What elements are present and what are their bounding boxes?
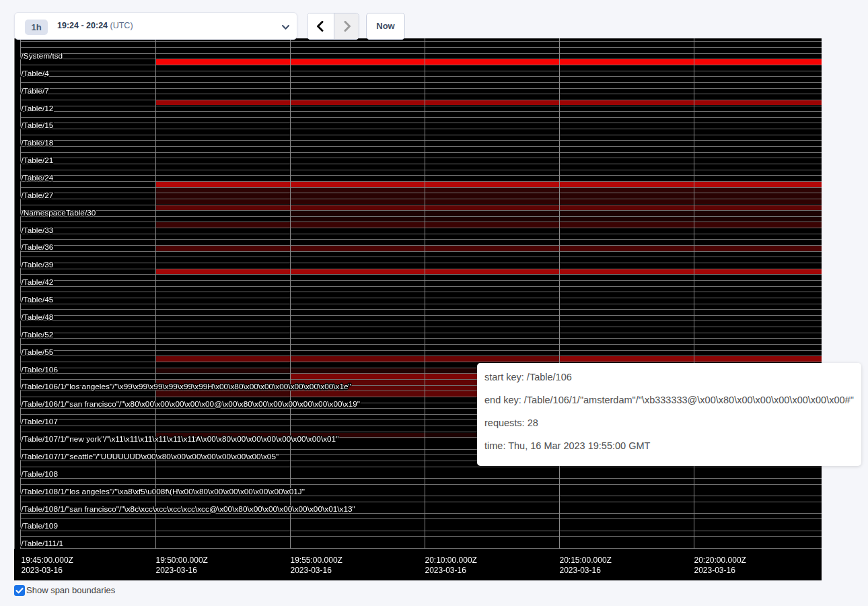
svg-text:/Table/7: /Table/7: [22, 86, 49, 96]
svg-text:2023-03-16: 2023-03-16: [291, 566, 332, 575]
svg-text:/Table/36: /Table/36: [22, 242, 54, 252]
svg-text:/Table/45: /Table/45: [22, 295, 54, 304]
svg-text:/Table/33: /Table/33: [22, 226, 54, 235]
svg-text:/Table/107: /Table/107: [22, 417, 58, 426]
svg-text:20:15:00.000Z: 20:15:00.000Z: [560, 556, 612, 565]
svg-text:2023-03-16: 2023-03-16: [694, 566, 736, 575]
svg-text:/Table/18: /Table/18: [22, 138, 54, 147]
svg-text:/Table/108/1/"san francisco"/": /Table/108/1/"san francisco"/"\x8c\xcc\x…: [22, 504, 355, 514]
svg-text:/Table/108: /Table/108: [22, 469, 59, 479]
svg-text:/Table/24: /Table/24: [22, 173, 54, 182]
svg-text:/Table/106/1/"san francisco"/": /Table/106/1/"san francisco"/"\x80\x00\x…: [22, 399, 361, 409]
svg-text:19:50:00.000Z: 19:50:00.000Z: [156, 556, 208, 565]
svg-text:/NamespaceTable/30: /NamespaceTable/30: [22, 208, 96, 217]
svg-text:19:55:00.000Z: 19:55:00.000Z: [291, 556, 342, 565]
svg-text:2023-03-16: 2023-03-16: [156, 566, 198, 575]
svg-text:20:10:00.000Z: 20:10:00.000Z: [425, 556, 477, 565]
svg-text:/Table/111/1: /Table/111/1: [22, 539, 64, 548]
svg-text:/Table/52: /Table/52: [22, 330, 54, 339]
svg-text:/Table/15: /Table/15: [22, 121, 54, 130]
svg-text:/Table/4: /Table/4: [22, 69, 50, 78]
svg-text:/Table/107/1/"seattle"/"UUUUUU: /Table/107/1/"seattle"/"UUUUUUD\x00\x80\…: [22, 452, 279, 461]
svg-text:/Table/42: /Table/42: [22, 277, 54, 287]
svg-text:/Table/106/1/"los angeles"/"\x: /Table/106/1/"los angeles"/"\x99\x99\x99…: [22, 382, 351, 391]
svg-text:20:20:00.000Z: 20:20:00.000Z: [694, 556, 746, 565]
svg-text:/Table/27: /Table/27: [22, 191, 54, 200]
svg-text:2023-03-16: 2023-03-16: [22, 566, 63, 575]
svg-text:2023-03-16: 2023-03-16: [425, 566, 467, 575]
svg-text:/Table/108/1/"los angeles"/"\x: /Table/108/1/"los angeles"/"\xa8\xf5\u00…: [22, 487, 305, 496]
svg-text:19:45:00.000Z: 19:45:00.000Z: [22, 556, 73, 565]
svg-text:/Table/55: /Table/55: [22, 347, 54, 357]
svg-text:/Table/48: /Table/48: [22, 312, 54, 322]
svg-text:/Table/39: /Table/39: [22, 260, 54, 269]
svg-text:2023-03-16: 2023-03-16: [560, 566, 602, 575]
svg-text:/Table/109: /Table/109: [22, 521, 58, 531]
svg-text:/System/tsd: /System/tsd: [22, 51, 63, 61]
svg-text:/Table/106: /Table/106: [22, 365, 59, 374]
svg-text:/Table/107/1/"new york"/"\x11\: /Table/107/1/"new york"/"\x11\x11\x11\x1…: [22, 434, 339, 444]
svg-text:/Table/12: /Table/12: [22, 104, 54, 113]
svg-text:/Table/21: /Table/21: [22, 156, 54, 165]
